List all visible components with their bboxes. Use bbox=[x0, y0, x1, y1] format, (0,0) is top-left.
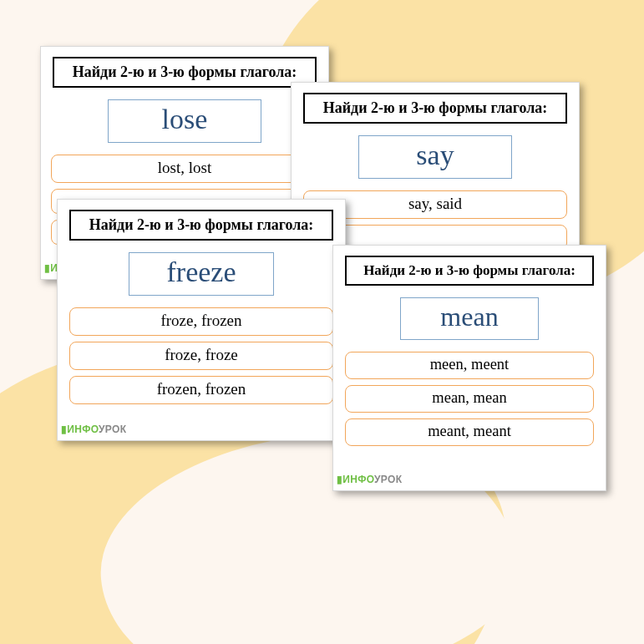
answer-option[interactable]: froze, froze bbox=[69, 342, 333, 370]
flashcard-mean: Найди 2-ю и 3-ю формы глагола: mean meen… bbox=[332, 245, 606, 491]
answer-option[interactable]: froze, frozen bbox=[69, 307, 333, 336]
verb-box: freeze bbox=[129, 252, 274, 296]
answer-option[interactable]: lost, lost bbox=[51, 155, 318, 183]
answer-option[interactable]: meen, meent bbox=[345, 352, 594, 379]
card-title: Найди 2-ю и 3-ю формы глагола: bbox=[303, 93, 567, 124]
watermark-urok: УРОК bbox=[99, 423, 126, 435]
watermark-info: ИНФО bbox=[67, 423, 99, 435]
watermark-info: ИНФО bbox=[342, 474, 374, 485]
flashcard-freeze: Найди 2-ю и 3-ю формы глагола: freeze fr… bbox=[57, 199, 346, 441]
answer-option[interactable]: frozen, frozen bbox=[69, 376, 333, 404]
verb-box: say bbox=[358, 135, 511, 179]
answer-option[interactable]: mean, mean bbox=[345, 385, 594, 413]
watermark: ▮ИНФОУРОК bbox=[61, 423, 126, 435]
card-title: Найди 2-ю и 3-ю формы глагола: bbox=[69, 210, 333, 241]
card-title: Найди 2-ю и 3-ю формы глагола: bbox=[53, 57, 317, 88]
watermark: ▮ИНФОУРОК bbox=[337, 474, 402, 485]
verb-box: lose bbox=[108, 99, 261, 143]
card-title: Найди 2-ю и 3-ю формы глагола: bbox=[345, 256, 594, 286]
answer-option[interactable]: meant, meant bbox=[345, 418, 594, 446]
watermark-urok: УРОК bbox=[374, 474, 402, 485]
verb-box: mean bbox=[400, 297, 540, 340]
